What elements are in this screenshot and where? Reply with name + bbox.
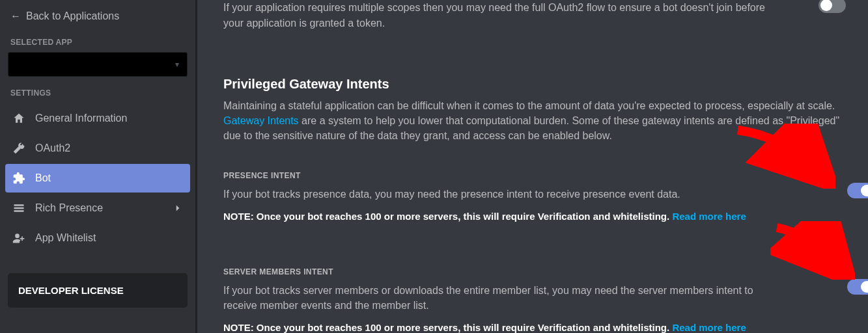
nav-app-whitelist[interactable]: App Whitelist — [5, 224, 190, 252]
members-read-more-link[interactable]: Read more here — [672, 322, 746, 333]
toggle-knob — [861, 185, 868, 196]
oauth-scope-note: If your application requires multiple sc… — [223, 0, 842, 31]
presence-intent-note: NOTE: Once your bot reaches 100 or more … — [223, 211, 783, 222]
nav-label: App Whitelist — [35, 232, 96, 244]
presence-intent-block: PRESENCE INTENT If your bot tracks prese… — [223, 171, 842, 222]
privileged-intents-title: Privileged Gateway Intents — [223, 77, 842, 92]
server-members-intent-label: SERVER MEMBERS INTENT — [223, 267, 783, 276]
wrench-icon — [12, 141, 26, 155]
server-members-intent-desc: If your bot tracks server members or dow… — [223, 283, 783, 313]
nav-rich-presence[interactable]: Rich Presence — [5, 194, 190, 222]
list-icon — [12, 201, 26, 215]
presence-note-text: NOTE: Once your bot reaches 100 or more … — [223, 211, 672, 222]
nav-label: OAuth2 — [35, 142, 70, 154]
server-members-intent-toggle[interactable] — [847, 279, 868, 295]
nav-label: Bot — [35, 172, 51, 184]
caret-down-icon: ▾ — [175, 60, 179, 69]
settings-label: SETTINGS — [0, 81, 195, 101]
developer-license-card: DEVELOPER LICENSE — [8, 273, 188, 308]
settings-nav: General Information OAuth2 Bot Rich Pres… — [0, 101, 195, 255]
selected-app-label: SELECTED APP — [0, 30, 195, 51]
toggle-knob — [861, 281, 868, 293]
nav-oauth2[interactable]: OAuth2 — [5, 134, 190, 163]
server-members-intent-block: SERVER MEMBERS INTENT If your bot tracks… — [223, 267, 842, 333]
back-to-applications-link[interactable]: ← Back to Applications — [0, 5, 195, 30]
home-icon — [12, 111, 26, 126]
nav-bot[interactable]: Bot — [5, 164, 190, 193]
intents-desc-text-a: Maintaining a stateful application can b… — [223, 100, 835, 111]
presence-read-more-link[interactable]: Read more here — [672, 211, 746, 222]
nav-label: General Information — [35, 113, 127, 124]
members-note-text: NOTE: Once your bot reaches 100 or more … — [223, 322, 672, 333]
person-plus-icon — [12, 231, 26, 245]
toggle-knob — [820, 0, 832, 11]
license-title: DEVELOPER LICENSE — [18, 285, 124, 296]
nav-label: Rich Presence — [35, 202, 103, 214]
content-area: If your application requires multiple sc… — [195, 0, 868, 333]
back-label: Back to Applications — [26, 10, 119, 22]
presence-intent-label: PRESENCE INTENT — [223, 171, 783, 180]
puzzle-icon — [12, 171, 26, 185]
intents-desc-text-b: are a system to help you lower that comp… — [223, 115, 839, 141]
presence-intent-desc: If your bot tracks presence data, you ma… — [223, 187, 783, 202]
privileged-intents-desc: Maintaining a stateful application can b… — [223, 98, 842, 144]
chevron-right-icon — [172, 202, 184, 214]
nav-general-information[interactable]: General Information — [5, 104, 190, 133]
arrow-left-icon: ← — [10, 11, 21, 21]
oauth-flow-toggle[interactable] — [819, 0, 846, 13]
gateway-intents-link[interactable]: Gateway Intents — [223, 115, 299, 126]
server-members-intent-note: NOTE: Once your bot reaches 100 or more … — [223, 322, 783, 333]
sidebar: ← Back to Applications SELECTED APP ▾ SE… — [0, 0, 195, 333]
selected-app-dropdown[interactable]: ▾ — [8, 52, 188, 77]
presence-intent-toggle[interactable] — [847, 183, 868, 198]
